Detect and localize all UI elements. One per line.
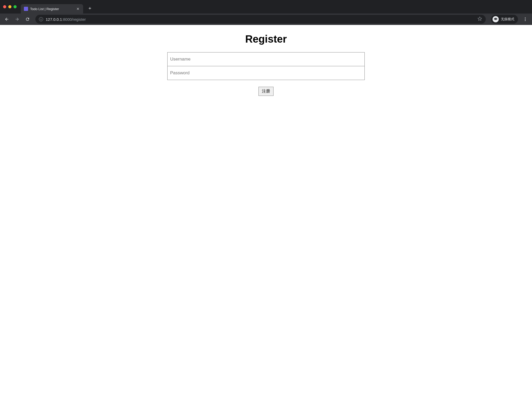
back-button[interactable] [3, 15, 11, 23]
reload-button[interactable] [23, 15, 32, 23]
register-button[interactable]: 注册 [258, 87, 274, 96]
tab-title: Todo List | Register [30, 7, 74, 11]
browser-chrome: Todo List | Register i 127.0.0.1:8000/re… [0, 0, 532, 25]
url-path: :8000/register [62, 17, 86, 22]
incognito-badge[interactable]: 无痕模式 [491, 15, 518, 24]
url-text: 127.0.0.1:8000/register [46, 17, 475, 22]
browser-menu-button[interactable] [521, 15, 529, 23]
page-title: Register [5, 33, 527, 45]
url-host: 127.0.0.1 [46, 17, 62, 22]
svg-point-1 [525, 19, 526, 20]
svg-point-2 [525, 20, 526, 21]
window-minimize-button[interactable] [8, 5, 11, 8]
incognito-label: 无痕模式 [501, 17, 514, 22]
browser-toolbar: i 127.0.0.1:8000/register 无痕模式 [0, 14, 532, 25]
svg-point-0 [525, 17, 526, 18]
tab-favicon [24, 7, 28, 11]
window-close-button[interactable] [3, 5, 6, 8]
username-input[interactable] [167, 52, 365, 66]
window-maximize-button[interactable] [14, 5, 17, 8]
page-content: Register 注册 [0, 25, 532, 101]
site-info-icon[interactable]: i [39, 17, 43, 21]
forward-button[interactable] [13, 15, 21, 23]
register-form: 注册 [167, 52, 365, 96]
browser-tab[interactable]: Todo List | Register [21, 4, 83, 14]
tab-bar: Todo List | Register [0, 0, 532, 14]
new-tab-button[interactable] [86, 5, 94, 12]
bookmark-star-icon[interactable] [477, 16, 482, 22]
address-bar[interactable]: i 127.0.0.1:8000/register [35, 15, 486, 24]
incognito-icon [493, 16, 499, 22]
password-input[interactable] [167, 66, 365, 80]
tab-close-icon[interactable] [76, 7, 80, 11]
window-controls [3, 5, 17, 8]
